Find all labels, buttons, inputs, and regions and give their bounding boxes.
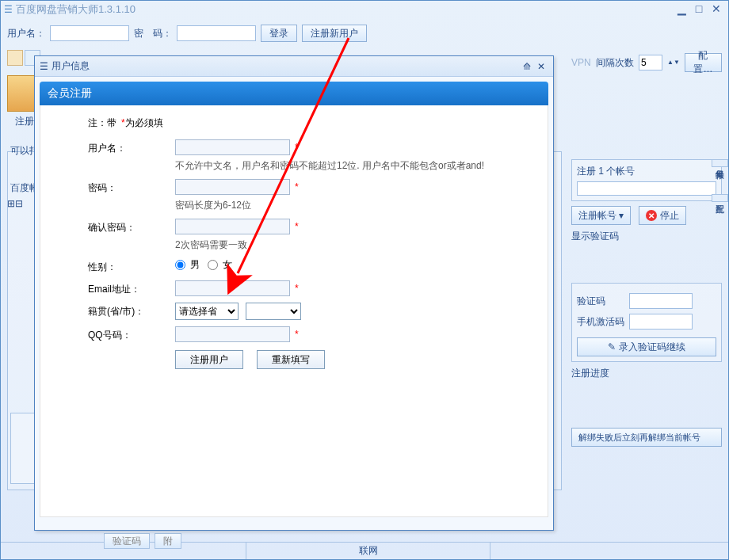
dialog-title-bar[interactable]: ☰ 用户信息 ⟰ ✕ xyxy=(35,56,553,77)
reset-button[interactable]: 重新填写 xyxy=(257,350,325,369)
captcha-input[interactable] xyxy=(629,293,693,309)
confirm-hint: 2次密码需要一致 xyxy=(175,238,532,252)
username-input[interactable] xyxy=(50,25,129,41)
star-icon: * xyxy=(295,283,299,294)
captcha-group: 验证码 手机激活码 ✎ 录入验证码继续 xyxy=(571,283,722,362)
username-form-label: 用户名： xyxy=(88,139,175,155)
interval-input[interactable] xyxy=(639,55,662,70)
star-icon: * xyxy=(295,221,299,232)
status-center: 联网 xyxy=(246,543,490,559)
progress-label: 注册进度 xyxy=(571,367,609,380)
gender-male-label: 男 xyxy=(190,258,200,272)
action-buttons-row: 注册帐号 ▾ ✕ 停止 xyxy=(571,206,722,225)
show-captcha-row: 显示验证码 xyxy=(571,230,722,243)
toolbar-icon-1[interactable] xyxy=(7,50,23,66)
star-icon: * xyxy=(295,142,299,153)
login-button[interactable]: 登录 xyxy=(261,25,297,42)
stop-icon: ✕ xyxy=(646,210,657,221)
note-suffix: 为必须填 xyxy=(125,117,163,128)
row-confirm: 确认密码： * 2次密码需要一致 xyxy=(88,219,532,252)
register-group: 注册 1 个帐号 xyxy=(571,159,722,201)
register-account-button[interactable]: 注册帐号 ▾ xyxy=(571,206,631,225)
province-select[interactable]: 请选择省 xyxy=(175,303,239,320)
row-buttons: 注册用户 重新填写 xyxy=(88,350,532,369)
gender-male-radio[interactable] xyxy=(175,260,185,270)
small-btn-1[interactable]: 验证码 xyxy=(104,533,150,549)
password-input[interactable] xyxy=(177,25,256,41)
note-row: 注：带*为必须填 xyxy=(88,116,532,130)
confirm-form-input[interactable] xyxy=(175,219,290,234)
stop-button[interactable]: ✕ 停止 xyxy=(639,206,686,225)
register-icon[interactable] xyxy=(7,75,36,112)
password-form-label: 密码： xyxy=(88,179,175,195)
interval-row: VPN 间隔次数 ▲▼ 配置… xyxy=(571,53,722,72)
unbind-button[interactable]: 解绑失败后立刻再解绑当前帐号 xyxy=(571,428,722,447)
right-panel: VPN 间隔次数 ▲▼ 配置… 注册 1 个帐号 注册帐号 ▾ ✕ 停止 显示验… xyxy=(571,48,722,539)
form-area: 注：带*为必须填 用户名： * 不允许中文名，用户名和密码不能超过12位. 用户… xyxy=(40,105,548,517)
row-email: Email地址： * xyxy=(88,280,532,296)
row-qq: QQ号码： * xyxy=(88,326,532,342)
user-info-dialog: ☰ 用户信息 ⟰ ✕ 会员注册 注：带*为必须填 用户名： * 不允许中文名，用… xyxy=(34,55,554,531)
dialog-title: 用户信息 xyxy=(52,59,90,73)
title-bar: ☰ 百度网盘营销大师1.3.1.10 ▁ □ ✕ xyxy=(1,1,728,18)
star-icon: * xyxy=(295,181,299,192)
username-form-input[interactable] xyxy=(175,139,290,155)
row-gender: 性别： 男 女 xyxy=(88,258,532,274)
sms-label: 手机激活码 xyxy=(577,315,624,329)
minimize-button[interactable]: ▁ xyxy=(673,3,690,16)
gender-female-radio[interactable] xyxy=(208,260,218,270)
maximize-button[interactable]: □ xyxy=(690,3,708,16)
window-title: 百度网盘营销大师1.3.1.10 xyxy=(16,2,673,17)
config-button[interactable]: 配置… xyxy=(685,53,722,72)
confirm-form-label: 确认密码： xyxy=(88,219,175,234)
side-tab-collect[interactable]: 帐号采集 xyxy=(712,159,728,167)
small-buttons: 验证码 附 xyxy=(104,533,181,549)
register-count-input[interactable] xyxy=(577,181,716,196)
side-tab-config[interactable]: 配置 xyxy=(712,194,728,202)
gender-form-label: 性别： xyxy=(88,258,175,274)
gender-female-label: 女 xyxy=(223,258,232,272)
section-header: 会员注册 xyxy=(40,82,548,105)
register-count-label: 注册 1 个帐号 xyxy=(577,165,716,178)
spinner-icon[interactable]: ▲▼ xyxy=(667,60,680,65)
row-username: 用户名： * 不允许中文名，用户名和密码不能超过12位. 用户名中不能包含or或… xyxy=(88,139,532,173)
pencil-icon: ✎ xyxy=(608,341,616,352)
captcha-label: 验证码 xyxy=(577,295,624,308)
dialog-close-icon[interactable]: ✕ xyxy=(534,61,548,72)
side-tabs: 帐号采集 配置 xyxy=(712,159,728,202)
hometown-form-label: 籍贯(省/市)： xyxy=(88,303,175,318)
username-label: 用户名： xyxy=(7,27,45,40)
close-button[interactable]: ✕ xyxy=(708,3,725,16)
password-form-input[interactable] xyxy=(175,179,290,195)
login-row: 用户名： 密 码： 登录 注册新用户 xyxy=(7,21,722,48)
app-icon: ☰ xyxy=(4,4,13,15)
register-new-user-button[interactable]: 注册新用户 xyxy=(302,25,367,42)
interval-label: 间隔次数 xyxy=(596,56,634,70)
unbind-row: 解绑失败后立刻再解绑当前帐号 xyxy=(571,428,722,447)
star-icon: * xyxy=(295,329,299,340)
password-hint: 密码长度为6-12位 xyxy=(175,198,532,212)
sms-input[interactable] xyxy=(629,314,693,330)
small-btn-2[interactable]: 附 xyxy=(155,533,181,549)
stop-button-label: 停止 xyxy=(660,209,679,223)
submit-button[interactable]: 注册用户 xyxy=(175,350,243,369)
enter-captcha-button[interactable]: ✎ 录入验证码继续 xyxy=(577,337,716,356)
row-password: 密码： * 密码长度为6-12位 xyxy=(88,179,532,212)
password-label: 密 码： xyxy=(134,27,172,40)
qq-form-input[interactable] xyxy=(175,326,290,342)
show-captcha-label: 显示验证码 xyxy=(571,230,619,243)
city-select[interactable] xyxy=(246,303,301,320)
email-form-input[interactable] xyxy=(175,280,290,296)
note-prefix: 注：带 xyxy=(88,117,116,128)
dialog-title-icon: ☰ xyxy=(40,61,48,72)
row-hometown: 籍贯(省/市)： 请选择省 xyxy=(88,303,532,320)
email-form-label: Email地址： xyxy=(88,280,175,296)
username-hint: 不允许中文名，用户名和密码不能超过12位. 用户名中不能包含or或者and! xyxy=(175,158,532,173)
progress-row: 注册进度 xyxy=(571,367,722,380)
vpn-label: VPN xyxy=(571,57,591,68)
qq-form-label: QQ号码： xyxy=(88,326,175,342)
dialog-pin-icon[interactable]: ⟰ xyxy=(520,61,534,72)
status-pane-right xyxy=(490,543,728,559)
enter-captcha-label: 录入验证码继续 xyxy=(619,341,685,354)
